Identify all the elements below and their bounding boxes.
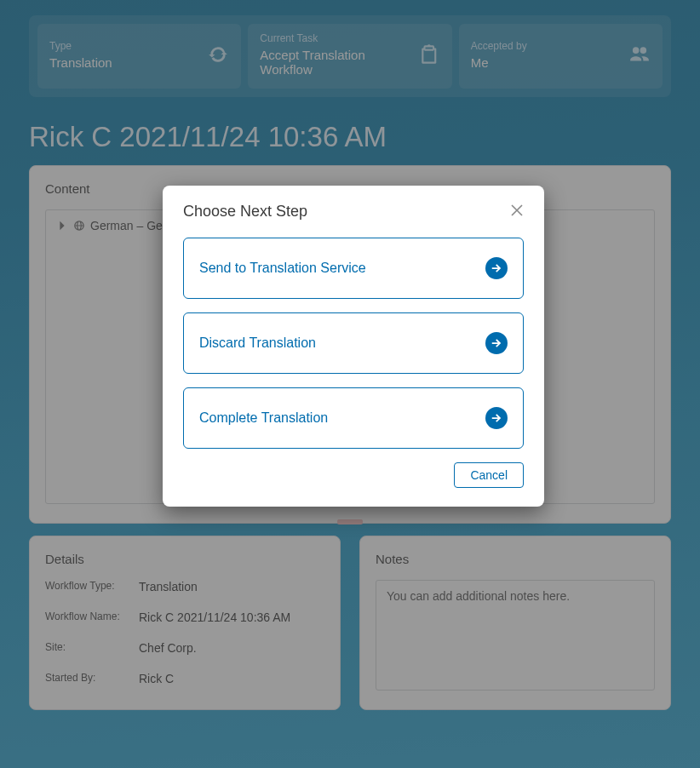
step-complete-button[interactable]: Complete Translation [183, 387, 524, 449]
arrow-right-icon [485, 407, 508, 429]
close-icon [510, 203, 524, 217]
step-discard-label: Discard Translation [199, 335, 316, 351]
step-send-label: Send to Translation Service [199, 261, 366, 276]
step-discard-button[interactable]: Discard Translation [183, 312, 524, 374]
arrow-right-icon [485, 257, 508, 279]
next-step-modal: Choose Next Step Send to Translation Ser… [163, 186, 544, 507]
step-send-button[interactable]: Send to Translation Service [183, 238, 524, 299]
modal-title: Choose Next Step [183, 203, 307, 221]
arrow-right-icon [485, 332, 508, 354]
cancel-button[interactable]: Cancel [454, 462, 524, 488]
modal-close-button[interactable] [510, 203, 524, 221]
step-complete-label: Complete Translation [199, 410, 328, 426]
